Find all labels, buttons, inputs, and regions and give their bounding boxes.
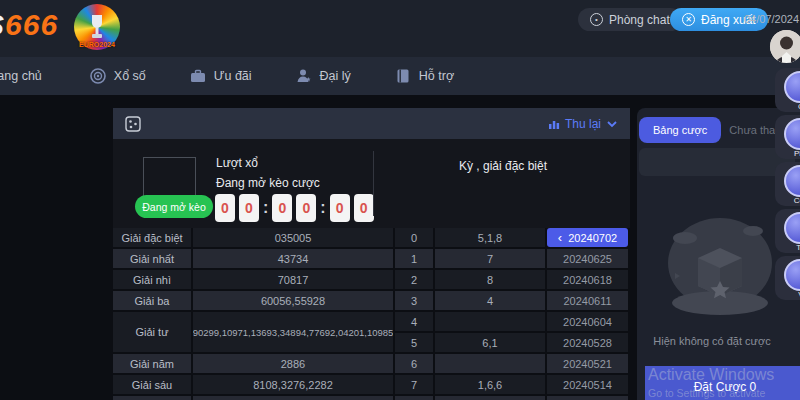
briefcase-icon bbox=[190, 68, 206, 84]
side-label: Phò bbox=[775, 149, 800, 158]
community-icon bbox=[784, 165, 800, 197]
prize-label: Giải năm bbox=[113, 354, 191, 373]
prize-value: 43734 bbox=[193, 249, 393, 268]
prize-value: 035005 bbox=[193, 228, 393, 247]
nav-item-trang-chu[interactable]: Trang chủ bbox=[0, 69, 42, 83]
divider bbox=[373, 151, 374, 216]
collapse-label: Thu lại bbox=[565, 117, 601, 131]
prize-label: Giải nhất bbox=[113, 249, 191, 268]
draw-value bbox=[435, 354, 545, 373]
nav-xo-so-label: Xổ số bbox=[114, 69, 146, 83]
draw-value: 8 bbox=[435, 270, 545, 289]
download-icon bbox=[784, 212, 800, 244]
draw-date[interactable]: 20240528 bbox=[547, 333, 628, 352]
draw-date[interactable]: 20240625 bbox=[547, 249, 628, 268]
book-icon bbox=[395, 68, 411, 84]
draw-index: 0 bbox=[395, 228, 433, 247]
draw-date[interactable]: 20240514 bbox=[547, 375, 628, 394]
countdown-timer: 0 0 : 0 0 : 0 0 bbox=[215, 194, 374, 222]
colon: : bbox=[320, 199, 325, 217]
draw-date[interactable]: 20240611 bbox=[547, 291, 628, 310]
side-button-tai-app[interactable]: Tả bbox=[775, 209, 800, 253]
top-header: S666 EURO2024 • Phòng chat ✕ Đăng xuất 0… bbox=[0, 0, 800, 57]
draw-date-label: 20240702 bbox=[568, 232, 617, 244]
dice-icon bbox=[125, 116, 141, 132]
colon: : bbox=[263, 199, 268, 217]
side-label: Cộn bbox=[775, 196, 800, 205]
tab-bang-cuoc[interactable]: Bảng cược bbox=[639, 117, 721, 143]
draw-date[interactable]: 20240618 bbox=[547, 270, 628, 289]
open-round-badge: Đang mở kèo bbox=[135, 195, 213, 218]
prize-label: Giải bảy bbox=[113, 396, 191, 400]
results-table: Giải đặc biệt 035005 0 5,1,8 ‹20240702 G… bbox=[113, 228, 630, 400]
round-info-section: Đang mở kèo Lượt xổ Đang mở kèo cược 0 0… bbox=[113, 139, 630, 228]
draw-value bbox=[435, 396, 545, 400]
draw-value: 1,6,6 bbox=[435, 375, 545, 394]
target-icon bbox=[90, 68, 106, 84]
prize-label: Giải tư bbox=[113, 312, 191, 352]
nav-item-ho-tro[interactable]: Hỗ trợ bbox=[395, 68, 454, 84]
draw-index: 3 bbox=[395, 291, 433, 310]
round-line1: Lượt xổ bbox=[216, 156, 258, 170]
draw-index bbox=[395, 396, 433, 400]
nav-item-dai-ly[interactable]: Đại lý bbox=[296, 68, 351, 84]
countdown-digit: 0 bbox=[239, 194, 259, 222]
draw-index: 6 bbox=[395, 354, 433, 373]
draw-value bbox=[435, 312, 545, 331]
side-button-cskh[interactable]: C bbox=[775, 68, 800, 112]
chevron-down-icon bbox=[606, 118, 618, 130]
prize-value: 70817 bbox=[193, 270, 393, 289]
prize-label: Giải ba bbox=[113, 291, 191, 310]
euro2024-badge: EURO2024 bbox=[74, 4, 120, 50]
round-line2: Đang mở kèo cược bbox=[216, 176, 320, 190]
site-logo[interactable]: S666 bbox=[0, 8, 58, 42]
prize-value: 90299,10971,13693,34894,77692,04201,1098… bbox=[193, 312, 393, 352]
side-button-vip[interactable]: V bbox=[775, 256, 800, 300]
trophy-icon bbox=[88, 14, 106, 40]
draw-index: 7 bbox=[395, 375, 433, 394]
avatar-image bbox=[770, 30, 800, 63]
prize-label: Giải nhì bbox=[113, 270, 191, 289]
prize-value: 8108,3276,2282 bbox=[193, 375, 393, 394]
countdown-digit: 0 bbox=[330, 194, 350, 222]
draw-index: 1 bbox=[395, 249, 433, 268]
main-nav: Trang chủ Xổ số Ưu đãi Đại lý Hỗ trợ bbox=[0, 57, 800, 95]
draw-date[interactable] bbox=[547, 396, 628, 400]
user-avatar[interactable] bbox=[770, 30, 800, 63]
lottery-page: S666 EURO2024 • Phòng chat ✕ Đăng xuất 0… bbox=[0, 0, 800, 400]
logout-icon: ✕ bbox=[682, 13, 695, 26]
draw-value: 7 bbox=[435, 249, 545, 268]
chat-room-icon bbox=[784, 118, 800, 150]
draw-date[interactable]: 20240604 bbox=[547, 312, 628, 331]
chat-icon: • bbox=[590, 13, 603, 26]
countdown-digit: 0 bbox=[272, 194, 292, 222]
side-button-cong-dong[interactable]: Cộn bbox=[775, 162, 800, 206]
place-bet-button[interactable]: Đặt Cược 0 bbox=[645, 366, 800, 400]
floating-side-menu: C Phò Cộn Tả V bbox=[775, 68, 800, 300]
support-icon bbox=[784, 71, 800, 103]
draw-value: 5,1,8 bbox=[435, 228, 545, 247]
euro-badge-label: EURO2024 bbox=[74, 41, 120, 48]
collapse-toggle[interactable]: Thu lại bbox=[548, 117, 618, 131]
nav-item-xo-so[interactable]: Xổ số bbox=[90, 68, 146, 84]
nav-trang-chu-label: Trang chủ bbox=[0, 69, 42, 83]
chart-icon bbox=[548, 118, 560, 130]
logo-text-orange: 666 bbox=[5, 8, 58, 41]
draw-date[interactable]: 20240521 bbox=[547, 354, 628, 373]
draw-date-active[interactable]: ‹20240702 bbox=[547, 228, 628, 247]
nav-item-uu-dai[interactable]: Ưu đãi bbox=[190, 68, 252, 84]
period-header: Kỳ , giải đặc biệt bbox=[393, 159, 613, 173]
chat-room-button[interactable]: • Phòng chat bbox=[578, 8, 682, 31]
side-button-phong-chat[interactable]: Phò bbox=[775, 115, 800, 159]
nav-ho-tro-label: Hỗ trợ bbox=[419, 69, 454, 83]
side-label: V bbox=[775, 290, 800, 299]
chat-room-label: Phòng chat bbox=[609, 13, 670, 27]
countdown-digit: 0 bbox=[296, 194, 316, 222]
draw-index: 5 bbox=[395, 333, 433, 352]
prize-label: Giải sáu bbox=[113, 375, 191, 394]
side-label: C bbox=[775, 102, 800, 111]
prize-value: 60056,55928 bbox=[193, 291, 393, 310]
nav-dai-ly-label: Đại lý bbox=[320, 69, 351, 83]
bet-summary-box bbox=[639, 148, 795, 176]
draw-value: 6,1 bbox=[435, 333, 545, 352]
